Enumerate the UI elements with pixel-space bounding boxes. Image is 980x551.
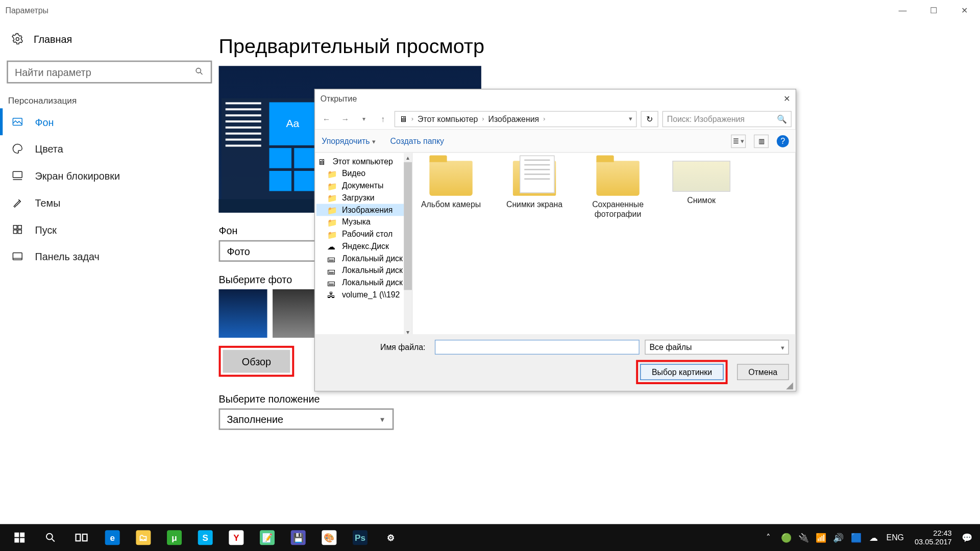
filename-input[interactable]: [435, 340, 640, 355]
sidebar-item-start[interactable]: Пуск: [0, 216, 219, 243]
folder-icon: 📁: [327, 193, 338, 202]
tree-item-music[interactable]: 📁Музыка: [316, 216, 411, 228]
filetype-dropdown[interactable]: Все файлы ▾: [645, 340, 789, 355]
nav-up-button[interactable]: ↑: [376, 111, 390, 126]
resize-grip-icon[interactable]: ◢: [786, 382, 794, 390]
cloud-icon: ☁: [327, 242, 338, 251]
window-titlebar: Параметры — ☐ ✕: [0, 0, 980, 21]
sidebar-item-colors[interactable]: Цвета: [0, 135, 219, 162]
tray-wifi-icon[interactable]: 📶: [813, 524, 830, 551]
window-title: Параметры: [6, 6, 48, 15]
tree-item-desktop[interactable]: 📁Рабочий стол: [316, 228, 411, 240]
taskbar-app-save[interactable]: 💾: [283, 524, 314, 551]
scroll-down-icon[interactable]: ▾: [404, 328, 412, 334]
preview-pane-button[interactable]: ▥: [754, 134, 769, 147]
sidebar-item-lockscreen[interactable]: Экран блокировки: [0, 162, 219, 189]
tree-scrollbar[interactable]: ▴ ▾: [404, 153, 412, 334]
tray-icon-3[interactable]: ☁: [865, 524, 882, 551]
monitor-icon: [11, 169, 24, 182]
tray-volume-icon[interactable]: 🔊: [830, 524, 847, 551]
svg-rect-10: [13, 253, 22, 260]
svg-rect-13: [20, 533, 24, 537]
taskbar-app-notepad[interactable]: 📝: [252, 524, 283, 551]
sidebar-item-background[interactable]: Фон: [0, 108, 219, 135]
tree-item-documents[interactable]: 📁Документы: [316, 180, 411, 192]
sidebar-category: Персонализация: [0, 84, 219, 109]
scroll-thumb[interactable]: [404, 162, 412, 290]
tree-item-this-pc[interactable]: 🖥Этот компьютер: [316, 156, 411, 168]
taskbar-app-skype[interactable]: S: [190, 524, 221, 551]
tree-item-yadisk[interactable]: ☁Яндекс.Диск: [316, 240, 411, 253]
svg-rect-14: [14, 538, 19, 543]
breadcrumb-2[interactable]: Изображения: [488, 114, 539, 123]
tray-power-icon[interactable]: 🔌: [795, 524, 812, 551]
taskbar-app-paint[interactable]: 🎨: [314, 524, 345, 551]
fit-value: Заполнение: [227, 413, 283, 424]
task-view-button[interactable]: [66, 524, 97, 551]
taskbar-app-yandex[interactable]: Y: [221, 524, 252, 551]
tray-icon-2[interactable]: 🟦: [847, 524, 865, 551]
scroll-up-icon[interactable]: ▴: [404, 153, 412, 162]
view-mode-button[interactable]: ☰▾: [731, 134, 746, 147]
dialog-search[interactable]: Поиск: Изображения 🔍: [663, 111, 792, 127]
sidebar-item-taskbar[interactable]: Панель задач: [0, 243, 219, 270]
new-folder-button[interactable]: Создать папку: [390, 136, 444, 145]
tree-item-disk-1[interactable]: 🖴Локальный диск: [316, 253, 411, 265]
sidebar-item-themes[interactable]: Темы: [0, 189, 219, 216]
svg-rect-19: [83, 534, 87, 541]
tree-item-disk-3[interactable]: 🖴Локальный диск: [316, 277, 411, 289]
tree-item-pictures[interactable]: 📁Изображения: [316, 204, 411, 216]
fit-dropdown[interactable]: Заполнение ▼: [219, 408, 394, 430]
start-button[interactable]: [4, 524, 35, 551]
tree-item-downloads[interactable]: 📁Загрузки: [316, 192, 411, 204]
action-center-button[interactable]: 💬: [959, 524, 976, 551]
dialog-close-button[interactable]: ✕: [783, 94, 790, 104]
file-item-screenshots[interactable]: Снимки экрана: [504, 161, 565, 209]
sidebar-search[interactable]: Найти параметр: [7, 61, 212, 84]
tray-overflow-button[interactable]: ˄: [760, 524, 777, 551]
taskbar-clock[interactable]: 22:43 03.05.2017: [909, 529, 957, 546]
file-list: Альбом камеры Снимки экрана Сохраненные …: [412, 153, 795, 334]
address-dropdown-icon[interactable]: ▾: [629, 115, 632, 122]
sidebar-item-home[interactable]: Главная: [0, 24, 219, 54]
tree-item-videos[interactable]: 📁Видео: [316, 167, 411, 180]
breadcrumb-1[interactable]: Этот компьютер: [418, 114, 478, 123]
language-indicator[interactable]: ENG: [883, 524, 908, 551]
crumb-separator-icon: ›: [482, 115, 484, 122]
nav-recent-button[interactable]: ▾: [357, 111, 372, 126]
taskbar-app-photoshop[interactable]: Ps: [345, 524, 376, 551]
address-bar[interactable]: 🖥 › Этот компьютер › Изображения › ▾: [395, 111, 637, 127]
browse-button[interactable]: Обзор: [223, 350, 290, 373]
nav-forward-button[interactable]: →: [338, 111, 353, 126]
taskbar-app-utorrent[interactable]: μ: [159, 524, 190, 551]
window-maximize-button[interactable]: ☐: [918, 0, 949, 21]
tree-item-disk-2[interactable]: 🖴Локальный диск: [316, 264, 411, 277]
file-item-saved-photos[interactable]: Сохраненные фотографии: [587, 161, 648, 219]
settings-sidebar: Главная Найти параметр Персонализация Фо…: [0, 21, 219, 524]
taskbar-search-button[interactable]: [35, 524, 66, 551]
taskbar-app-explorer[interactable]: 🗂: [128, 524, 159, 551]
taskbar-app-edge[interactable]: e: [97, 524, 128, 551]
nav-back-button[interactable]: ←: [319, 111, 334, 126]
pc-icon: 🖥: [317, 157, 328, 166]
file-item-snapshot[interactable]: Снимок: [671, 161, 732, 206]
brush-icon: [11, 196, 24, 209]
svg-rect-4: [13, 171, 22, 178]
refresh-button[interactable]: ↻: [641, 111, 658, 127]
thumb-2[interactable]: [273, 289, 321, 338]
svg-point-0: [16, 38, 19, 41]
chevron-down-icon: ▼: [379, 415, 386, 423]
svg-rect-9: [18, 230, 21, 234]
organize-menu[interactable]: Упорядочить ▾: [322, 136, 375, 145]
file-item-camera-roll[interactable]: Альбом камеры: [421, 161, 481, 209]
window-minimize-button[interactable]: —: [887, 0, 918, 21]
open-button[interactable]: Выбор картинки: [641, 364, 724, 380]
tray-icon-1[interactable]: 🟢: [777, 524, 795, 551]
tree-item-netvol[interactable]: 🖧volume_1 (\\192: [316, 289, 411, 301]
cancel-button[interactable]: Отмена: [737, 364, 789, 380]
taskbar-app-settings[interactable]: ⚙: [376, 524, 407, 551]
help-icon[interactable]: ?: [777, 135, 789, 147]
svg-line-2: [200, 72, 202, 74]
thumb-1[interactable]: [219, 289, 267, 338]
window-close-button[interactable]: ✕: [949, 0, 980, 21]
